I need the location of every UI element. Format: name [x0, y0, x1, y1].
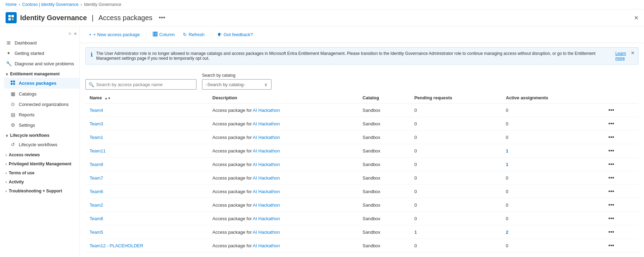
- sidebar-item-settings[interactable]: ⚙ Settings: [4, 120, 80, 130]
- cell-active: 0: [502, 212, 602, 225]
- description-text: Access package for AI Hackathon: [212, 189, 280, 194]
- privileged-chevron: ›: [6, 162, 7, 166]
- package-name-link[interactable]: Team11: [90, 148, 106, 154]
- toolbar: + + New access package Column ↻ Refresh: [80, 26, 644, 43]
- cell-actions[interactable]: •••: [602, 212, 638, 225]
- sidebar-item-reports[interactable]: ▤ Reports: [4, 109, 80, 120]
- package-name-link[interactable]: Team8: [90, 216, 103, 221]
- cell-actions[interactable]: •••: [602, 198, 638, 212]
- sidebar-label-getting-started: Getting started: [15, 51, 44, 56]
- cell-actions[interactable]: •••: [602, 131, 638, 144]
- cell-pending: 1: [410, 225, 502, 239]
- package-search-input[interactable]: [96, 82, 193, 87]
- cell-name: Team1: [85, 131, 208, 144]
- catalog-value: Sandbox: [362, 148, 380, 154]
- breadcrumb-contoso[interactable]: Contoso | Identity Governance: [22, 2, 78, 7]
- sidebar-circle-btn[interactable]: ○: [68, 31, 71, 36]
- row-more-button[interactable]: •••: [606, 255, 616, 257]
- close-button[interactable]: ✕: [634, 15, 638, 21]
- sidebar-item-catalogs[interactable]: ▦ Catalogs: [4, 89, 80, 99]
- sidebar-section-lifecycle[interactable]: ∨ Lifecycle workflows: [0, 130, 80, 139]
- sidebar-item-lifecycle-wf[interactable]: ↺ Lifecycle workflows: [4, 139, 80, 150]
- cell-active: 0: [502, 239, 602, 252]
- activity-chevron: ›: [6, 180, 7, 184]
- feedback-button[interactable]: 🗣 Got feedback?: [214, 30, 257, 39]
- cell-name: Team11: [85, 144, 208, 158]
- privileged-label: Privileged Identity Management: [9, 161, 71, 166]
- cell-actions[interactable]: •••: [602, 158, 638, 171]
- sidebar-section-privileged[interactable]: › Privileged Identity Management: [0, 159, 80, 168]
- refresh-button[interactable]: ↻ Refresh: [179, 30, 208, 39]
- column-icon: [153, 32, 158, 38]
- row-more-button[interactable]: •••: [606, 160, 616, 168]
- cell-actions[interactable]: •••: [602, 103, 638, 117]
- col-name[interactable]: Name ▲▼: [85, 92, 208, 103]
- breadcrumb-sep1: ›: [19, 2, 20, 7]
- sidebar-section-entitlement[interactable]: ∨ Entitlement management: [0, 69, 80, 78]
- sidebar-section-access-reviews[interactable]: › Access reviews: [0, 150, 80, 159]
- description-text: Access package for AI Hackathon: [212, 108, 280, 113]
- sidebar-section-terms[interactable]: › Terms of use: [0, 168, 80, 177]
- package-search-input-wrap[interactable]: 🔍: [85, 79, 196, 90]
- sidebar-item-connected-orgs[interactable]: ⊙ Connected organizations: [4, 99, 80, 109]
- cell-actions[interactable]: •••: [602, 185, 638, 198]
- cell-actions[interactable]: •••: [602, 144, 638, 158]
- package-name-link[interactable]: Team2: [90, 202, 103, 208]
- cell-description: Access package for AI Hackathon: [208, 225, 359, 239]
- package-name-link[interactable]: Team12 - PLACEHOLDER: [90, 243, 143, 248]
- package-name-link[interactable]: Team1: [90, 135, 103, 140]
- sidebar-section-troubleshooting[interactable]: › Troubleshooting + Support: [0, 186, 80, 195]
- description-text: Access package for AI Hackathon: [212, 162, 280, 167]
- catalog-value: Sandbox: [362, 121, 380, 126]
- svg-rect-10: [156, 32, 157, 36]
- sidebar-item-diagnose[interactable]: 🔧 Diagnose and solve problems: [0, 58, 80, 69]
- sidebar-item-dashboard[interactable]: ⊞ Dashboard: [0, 38, 80, 48]
- cell-actions[interactable]: •••: [602, 225, 638, 239]
- cell-pending: 0: [410, 103, 502, 117]
- cell-actions[interactable]: •••: [602, 171, 638, 185]
- row-more-button[interactable]: •••: [606, 242, 616, 249]
- content-area: + + New access package Column ↻ Refresh: [80, 26, 644, 257]
- row-more-button[interactable]: •••: [606, 106, 616, 114]
- column-button[interactable]: Column: [149, 30, 178, 39]
- row-more-button[interactable]: •••: [606, 188, 616, 195]
- banner-text: The User Administrator role is no longer…: [96, 51, 612, 61]
- package-name-link[interactable]: Team5: [90, 230, 103, 235]
- cell-active: 2: [502, 225, 602, 239]
- cell-pending: 0: [410, 117, 502, 131]
- close-banner-button[interactable]: ✕: [631, 50, 635, 56]
- cell-actions[interactable]: •••: [602, 117, 638, 131]
- entitlement-chevron: ∨: [6, 72, 8, 76]
- page-header: Identity Governance | Access packages ••…: [0, 9, 644, 26]
- package-name-link[interactable]: Team6: [90, 189, 103, 194]
- sidebar-item-getting-started[interactable]: ✦ Getting started: [0, 48, 80, 58]
- row-more-button[interactable]: •••: [606, 174, 616, 182]
- cell-actions[interactable]: •••: [602, 239, 638, 252]
- package-name-link[interactable]: Team4: [90, 108, 103, 113]
- cell-actions[interactable]: •••: [602, 252, 638, 257]
- sidebar-collapse-btn[interactable]: «: [74, 31, 77, 36]
- package-name-link[interactable]: Team3: [90, 121, 103, 126]
- cell-pending: 0: [410, 158, 502, 171]
- row-more-button[interactable]: •••: [606, 147, 616, 155]
- package-name-link[interactable]: Team7: [90, 175, 103, 181]
- package-name-link[interactable]: Team9: [90, 162, 103, 167]
- catalogs-icon: ▦: [10, 91, 16, 97]
- page-more-button[interactable]: •••: [159, 14, 165, 22]
- sidebar-section-activity[interactable]: › Activity: [0, 177, 80, 186]
- catalog-dropdown[interactable]: -Search by catalog- ∨: [202, 79, 271, 90]
- breadcrumb-home[interactable]: Home: [6, 2, 17, 7]
- new-access-package-button[interactable]: + + New access package: [85, 30, 143, 39]
- row-more-button[interactable]: •••: [606, 201, 616, 209]
- row-more-button[interactable]: •••: [606, 120, 616, 127]
- cell-description: Access package for AI Hackathon: [208, 252, 359, 257]
- row-more-button[interactable]: •••: [606, 133, 616, 141]
- cell-name: Team5: [85, 225, 208, 239]
- description-text: Access package for AI Hackathon: [212, 175, 280, 181]
- row-more-button[interactable]: •••: [606, 215, 616, 222]
- lifecycle-wf-icon: ↺: [10, 142, 16, 147]
- catalog-search-label: Search by catalog: [202, 73, 271, 78]
- cell-name: Team6: [85, 185, 208, 198]
- row-more-button[interactable]: •••: [606, 228, 616, 236]
- sidebar-item-access-packages[interactable]: Access packages: [4, 78, 80, 89]
